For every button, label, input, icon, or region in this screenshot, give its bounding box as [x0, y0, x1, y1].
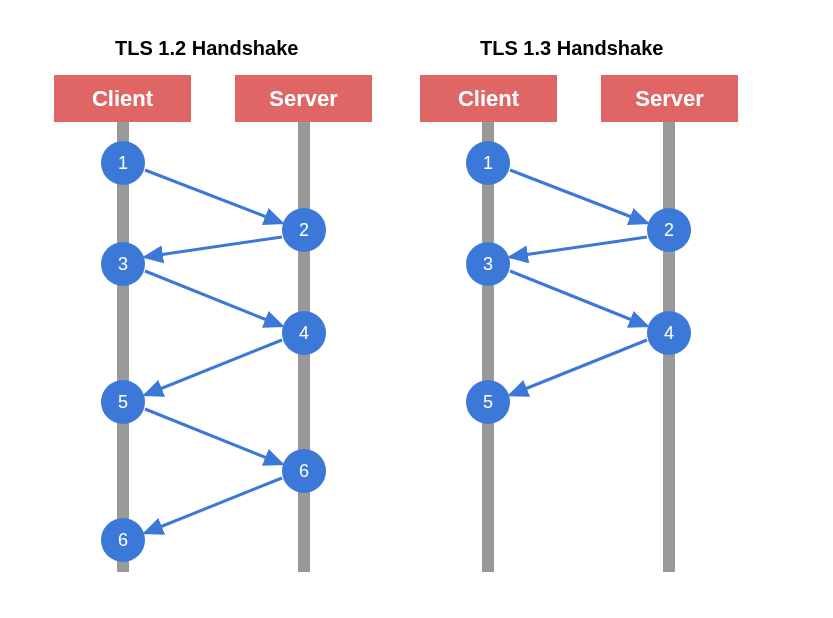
step-num: 4 — [299, 323, 309, 344]
svg-line-3 — [145, 340, 282, 395]
client-box-right: Client — [420, 75, 557, 122]
step-num: 6 — [118, 530, 128, 551]
client-label: Client — [458, 86, 519, 112]
step-num: 3 — [118, 254, 128, 275]
step-circle: 5 — [101, 380, 145, 424]
client-box-left: Client — [54, 75, 191, 122]
diagram-title-left: TLS 1.2 Handshake — [115, 37, 298, 60]
svg-line-2 — [145, 271, 282, 326]
svg-line-9 — [510, 340, 647, 395]
step-num: 4 — [664, 323, 674, 344]
client-label: Client — [92, 86, 153, 112]
step-num: 2 — [664, 220, 674, 241]
svg-line-0 — [145, 170, 282, 223]
step-num: 1 — [483, 153, 493, 174]
step-circle: 3 — [466, 242, 510, 286]
server-label: Server — [635, 86, 704, 112]
lifeline-client-right — [482, 122, 494, 572]
server-box-left: Server — [235, 75, 372, 122]
svg-line-4 — [145, 409, 282, 464]
step-circle: 2 — [647, 208, 691, 252]
step-circle: 2 — [282, 208, 326, 252]
step-num: 6 — [299, 461, 309, 482]
server-label: Server — [269, 86, 338, 112]
step-circle: 1 — [101, 141, 145, 185]
step-num: 3 — [483, 254, 493, 275]
step-circle: 4 — [647, 311, 691, 355]
svg-line-1 — [145, 237, 282, 257]
step-circle: 6 — [282, 449, 326, 493]
step-num: 5 — [483, 392, 493, 413]
svg-line-7 — [510, 237, 647, 257]
step-circle: 4 — [282, 311, 326, 355]
svg-line-8 — [510, 271, 647, 326]
lifeline-client-left — [117, 122, 129, 572]
step-circle: 3 — [101, 242, 145, 286]
diagram-title-right: TLS 1.3 Handshake — [480, 37, 663, 60]
step-circle: 5 — [466, 380, 510, 424]
server-box-right: Server — [601, 75, 738, 122]
step-num: 2 — [299, 220, 309, 241]
step-circle: 1 — [466, 141, 510, 185]
step-circle: 6 — [101, 518, 145, 562]
step-num: 5 — [118, 392, 128, 413]
svg-line-5 — [145, 478, 282, 533]
step-num: 1 — [118, 153, 128, 174]
svg-line-6 — [510, 170, 647, 223]
